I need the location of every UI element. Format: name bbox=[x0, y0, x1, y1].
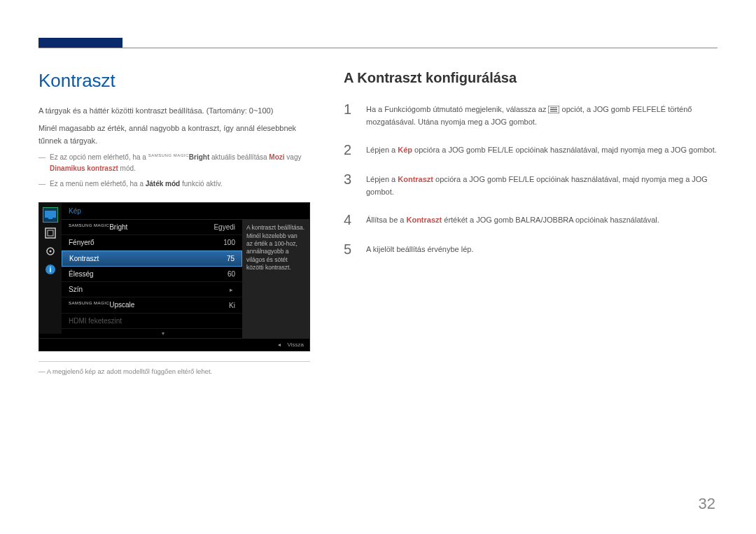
step-body: Lépjen a Kontraszt opcióra a JOG gomb FE… bbox=[366, 171, 718, 198]
info-icon[interactable]: i bbox=[43, 262, 58, 277]
note-2-pre: Ez a menü nem elérhető, ha a bbox=[50, 180, 146, 188]
step-5: 5 A kijelölt beállítás érvénybe lép. bbox=[344, 241, 718, 257]
step-2: 2 Lépjen a Kép opcióra a JOG gomb FEL/LE… bbox=[344, 142, 718, 157]
section-title: Kontraszt bbox=[38, 70, 310, 92]
step-number: 1 bbox=[344, 101, 356, 128]
page-number: 32 bbox=[699, 495, 715, 513]
config-title: A Kontraszt konfigurálása bbox=[344, 70, 718, 86]
osd-row-value: Egyedi bbox=[200, 223, 235, 231]
osd-footer: ◂ Vissza bbox=[39, 338, 309, 351]
osd-row-fenyero[interactable]: Fényerő 100 bbox=[62, 235, 242, 251]
triangle-left-icon: ◂ bbox=[278, 342, 281, 348]
bright-label: Bright bbox=[189, 153, 209, 161]
svg-point-5 bbox=[50, 251, 52, 253]
frame-icon[interactable] bbox=[43, 225, 58, 241]
osd-row-value: 60 bbox=[200, 270, 235, 278]
svg-rect-0 bbox=[45, 211, 56, 218]
step-body: Lépjen a Kép opcióra a JOG gomb FEL/LE o… bbox=[366, 142, 717, 157]
kontraszt-keyword: Kontraszt bbox=[406, 216, 442, 224]
right-column: A Kontraszt konfigurálása 1 Ha a Funkció… bbox=[344, 70, 718, 506]
note-1-end: mód. bbox=[118, 164, 136, 172]
osd-row-upscale[interactable]: SAMSUNG MAGICUpscale Ki bbox=[62, 297, 242, 313]
step-text: értékét a JOG gomb BALRA/JOBBRA opcióina… bbox=[442, 216, 659, 224]
mozi-keyword: Mozi bbox=[269, 153, 284, 161]
svg-rect-3 bbox=[48, 230, 53, 236]
step-3: 3 Lépjen a Kontraszt opcióra a JOG gomb … bbox=[344, 171, 718, 198]
note-1-pre: Ez az opció nem elérhető, ha a bbox=[50, 153, 148, 161]
left-column: Kontraszt A tárgyak és a háttér közötti … bbox=[38, 70, 310, 506]
step-text: Állítsa be a bbox=[366, 216, 406, 224]
osd-row-szin[interactable]: Szín ▸ bbox=[62, 282, 242, 297]
osd-row-kontraszt[interactable]: Kontraszt 75 bbox=[62, 251, 242, 267]
osd-row-value: Ki bbox=[200, 302, 235, 309]
step-text: Ha a Funkciógomb útmutató megjelenik, vá… bbox=[366, 105, 548, 113]
osd-row-label: SAMSUNG MAGICBright bbox=[69, 223, 200, 231]
step-body: A kijelölt beállítás érvénybe lép. bbox=[366, 241, 473, 257]
footnote: ― A megjelenő kép az adott modelltől füg… bbox=[38, 367, 310, 375]
step-number: 5 bbox=[344, 241, 356, 257]
svg-rect-1 bbox=[48, 218, 52, 219]
osd-body: SAMSUNG MAGICBright Egyedi Fényerő 100 K… bbox=[62, 220, 309, 338]
osd-header: Kép bbox=[62, 203, 309, 220]
osd-row-label: Kontraszt bbox=[69, 255, 200, 262]
step-number: 3 bbox=[344, 171, 356, 198]
osd-row-hdmi: HDMI feketeszint bbox=[62, 314, 242, 329]
osd-row-label: Fényerő bbox=[69, 239, 200, 246]
osd-row-elesseg[interactable]: Élesség 60 bbox=[62, 267, 242, 282]
osd-menu-list: SAMSUNG MAGICBright Egyedi Fényerő 100 K… bbox=[62, 220, 242, 338]
step-body: Állítsa be a Kontraszt értékét a JOG gom… bbox=[366, 212, 659, 227]
footnote-text: A megjelenő kép az adott modelltől függő… bbox=[47, 367, 213, 375]
jatek-mod-keyword: Játék mód bbox=[146, 180, 180, 188]
chevron-right-icon: ▸ bbox=[227, 286, 235, 293]
osd-row-label: Szín bbox=[69, 286, 227, 293]
note-1: Ez az opció nem elérhető, ha a SAMSUNG M… bbox=[38, 152, 310, 174]
osd-row-magicbright[interactable]: SAMSUNG MAGICBright Egyedi bbox=[62, 220, 242, 235]
osd-sidebar: i bbox=[39, 203, 62, 334]
step-text: opcióra a JOG gomb FEL/LE opcióinak hasz… bbox=[412, 146, 717, 154]
osd-row-label: Élesség bbox=[69, 270, 200, 278]
gear-icon[interactable] bbox=[43, 244, 58, 259]
samsung-magic-prefix: SAMSUNG MAGIC bbox=[69, 223, 109, 227]
note-2: Ez a menü nem elérhető, ha a Játék mód f… bbox=[38, 178, 310, 190]
bright-suffix: Bright bbox=[109, 223, 127, 231]
note-1-mid: aktuális beállítása bbox=[209, 153, 269, 161]
osd-row-label: SAMSUNG MAGICUpscale bbox=[69, 301, 200, 309]
kontraszt-keyword: Kontraszt bbox=[398, 175, 433, 183]
osd-description-panel: A kontraszt beállítása. Minél közelebb v… bbox=[242, 220, 309, 338]
osd-row-label: HDMI feketeszint bbox=[69, 317, 200, 325]
intro-paragraph-2: Minél magasabb az érték, annál nagyobb a… bbox=[38, 122, 310, 148]
kep-keyword: Kép bbox=[398, 146, 412, 154]
samsung-magic-prefix: SAMSUNG MAGIC bbox=[148, 153, 189, 157]
osd-row-value: 75 bbox=[200, 255, 234, 262]
svg-rect-2 bbox=[46, 228, 55, 238]
note-2-end: funkció aktív. bbox=[180, 180, 222, 188]
monitor-icon[interactable] bbox=[43, 207, 58, 223]
osd-row-value: 100 bbox=[200, 239, 235, 246]
upscale-suffix: Upscale bbox=[109, 302, 134, 309]
intro-paragraph-1: A tárgyak és a háttér közötti kontraszt … bbox=[38, 104, 310, 118]
step-1: 1 Ha a Funkciógomb útmutató megjelenik, … bbox=[344, 101, 718, 128]
page-content: Kontraszt A tárgyak és a háttér közötti … bbox=[38, 70, 718, 506]
step-text: Lépjen a bbox=[366, 175, 398, 183]
step-4: 4 Állítsa be a Kontraszt értékét a JOG g… bbox=[344, 212, 718, 227]
svg-text:i: i bbox=[50, 266, 52, 274]
step-text: Lépjen a bbox=[366, 146, 398, 154]
dinamikus-kontraszt-keyword: Dinamikus kontraszt bbox=[50, 164, 118, 172]
back-label[interactable]: Vissza bbox=[288, 342, 304, 348]
step-number: 4 bbox=[344, 212, 356, 227]
osd-screenshot: i Kép SAMSUNG MAGICBright Egyedi Fényerő… bbox=[38, 202, 310, 351]
samsung-magic-prefix: SAMSUNG MAGIC bbox=[69, 301, 109, 305]
footnote-divider bbox=[38, 361, 310, 362]
step-number: 2 bbox=[344, 142, 356, 157]
header-rule bbox=[38, 48, 718, 48]
scroll-down-indicator: ▾ bbox=[84, 329, 242, 338]
header-accent-bar bbox=[38, 38, 122, 48]
note-1-or: vagy bbox=[285, 153, 302, 161]
menu-icon bbox=[548, 106, 559, 113]
steps-list: 1 Ha a Funkciógomb útmutató megjelenik, … bbox=[344, 101, 718, 257]
step-body: Ha a Funkciógomb útmutató megjelenik, vá… bbox=[366, 101, 718, 128]
